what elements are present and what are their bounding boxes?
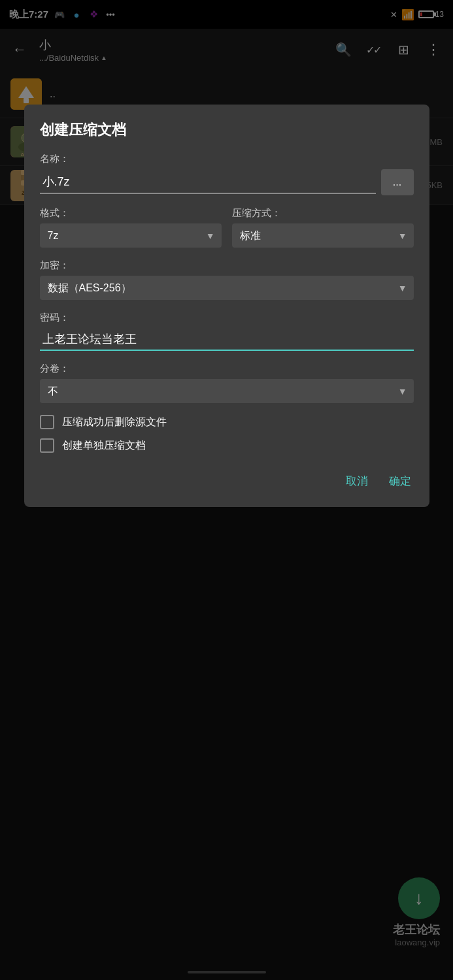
name-field-row: 名称： ... [40,153,414,195]
compression-col: 压缩方式： 标准 最快 最大 超级 ▼ [232,207,414,248]
compression-select-wrapper: 标准 最快 最大 超级 ▼ [232,223,414,248]
dialog-overlay: 创建压缩文档 名称： ... 格式： 7z zip tar gz [0,0,453,980]
name-input-row: ... [40,169,414,195]
encryption-label: 加密： [40,259,414,272]
format-compression-row: 格式： 7z zip tar gz ▼ 压缩方式： 标准 最快 [40,207,414,248]
cancel-button[interactable]: 取消 [343,468,371,494]
dialog-buttons: 取消 确定 [40,468,414,494]
single-archive-label: 创建单独压缩文档 [62,439,146,453]
password-row: 密码： [40,312,414,351]
delete-source-checkbox-row[interactable]: 压缩成功后删除源文件 [40,415,414,429]
single-archive-checkbox[interactable] [40,438,54,453]
archive-name-input[interactable] [40,171,376,194]
delete-source-label: 压缩成功后删除源文件 [62,416,167,429]
password-input[interactable] [40,328,414,351]
name-label: 名称： [40,153,414,165]
dialog-title: 创建压缩文档 [40,120,414,140]
compression-label: 压缩方式： [232,207,414,220]
confirm-button[interactable]: 确定 [386,468,414,494]
format-col: 格式： 7z zip tar gz ▼ [40,207,222,248]
single-archive-checkbox-row[interactable]: 创建单独压缩文档 [40,438,414,453]
create-archive-dialog: 创建压缩文档 名称： ... 格式： 7z zip tar gz [24,105,429,507]
encryption-select[interactable]: 数据（AES-256） 无 文件名+数据（AES-256） [40,276,414,300]
split-select[interactable]: 不 1MB 10MB 100MB 700MB [40,379,414,403]
split-row: 分卷： 不 1MB 10MB 100MB 700MB ▼ [40,363,414,403]
delete-source-checkbox[interactable] [40,415,54,429]
format-label: 格式： [40,207,222,220]
split-select-wrapper: 不 1MB 10MB 100MB 700MB ▼ [40,379,414,403]
encryption-select-wrapper: 数据（AES-256） 无 文件名+数据（AES-256） ▼ [40,276,414,300]
format-select[interactable]: 7z zip tar gz [40,223,222,248]
format-select-wrapper: 7z zip tar gz ▼ [40,223,222,248]
encryption-row: 加密： 数据（AES-256） 无 文件名+数据（AES-256） ▼ [40,259,414,300]
compression-select[interactable]: 标准 最快 最大 超级 [232,223,414,248]
password-label: 密码： [40,312,414,324]
split-label: 分卷： [40,363,414,375]
browse-button[interactable]: ... [381,169,414,195]
